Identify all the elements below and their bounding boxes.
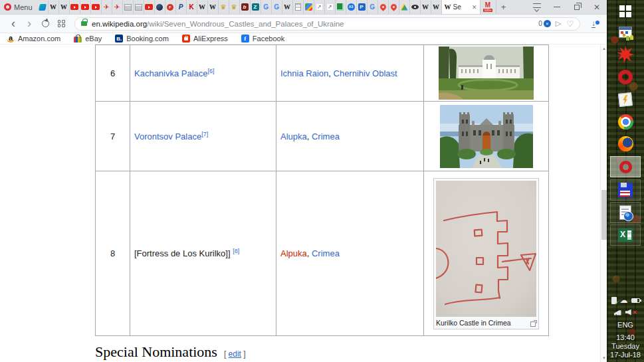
edit-link[interactable]: edit — [229, 349, 241, 359]
tab-wikipedia[interactable]: W — [197, 0, 208, 14]
opera-menu-button[interactable]: Menu — [0, 0, 38, 14]
tab-sheet-green[interactable] — [336, 0, 346, 14]
taskbar-app-firefox[interactable] — [607, 134, 644, 154]
bookmark-heart-icon[interactable] — [566, 19, 574, 29]
tab-google[interactable]: G — [261, 0, 272, 14]
kurilko-sketch[interactable] — [436, 181, 536, 317]
secure-lock-icon[interactable] — [81, 21, 87, 26]
usb-safely-remove-icon[interactable] — [611, 297, 617, 304]
tab-app-gray[interactable] — [134, 0, 144, 14]
bookmark-amazon-com[interactable]: aAmazon.com — [7, 35, 60, 43]
tab-search-button[interactable] — [527, 0, 547, 14]
tab-wikipedia[interactable]: W — [421, 0, 431, 14]
tab-wikipedia[interactable]: W — [49, 0, 59, 14]
send-to-flow-icon[interactable] — [556, 19, 561, 28]
minimize-button[interactable] — [547, 0, 567, 14]
tab-aeroflot[interactable] — [112, 0, 123, 14]
tab-k-red[interactable]: K — [187, 0, 197, 14]
tab-drive-color[interactable] — [399, 0, 410, 14]
clock-time[interactable]: 13:40 — [607, 333, 644, 341]
taskbar-app-document[interactable] — [610, 202, 641, 223]
reload-button[interactable] — [37, 20, 53, 27]
network-signal-icon[interactable] — [614, 310, 622, 316]
location-link[interactable]: Ichnia Raion — [280, 68, 328, 78]
taskbar-app-window[interactable] — [607, 22, 644, 42]
taskbar-app-excel[interactable] — [610, 225, 641, 246]
tab-a3-blue[interactable]: A3 — [346, 0, 357, 14]
tab-eye-dark[interactable] — [410, 0, 421, 14]
tab-youtube[interactable] — [80, 0, 91, 14]
taskbar-app-chrome[interactable] — [607, 112, 644, 132]
close-tab-icon[interactable] — [472, 4, 477, 11]
tab-youtube[interactable] — [144, 0, 155, 14]
downloads-button[interactable] — [586, 19, 601, 29]
location-link[interactable]: Chernihiv Oblast — [334, 68, 397, 78]
vertical-scrollbar[interactable] — [600, 45, 607, 362]
onedrive-cloud-icon[interactable] — [620, 296, 628, 304]
tab-google[interactable]: G — [368, 0, 378, 14]
scroll-down-icon[interactable] — [601, 354, 607, 362]
adblocker-badge[interactable]: 0 — [538, 20, 551, 27]
vorontsov-photo[interactable] — [440, 105, 533, 168]
restore-button[interactable] — [567, 0, 587, 14]
tab-z-teal[interactable]: Z — [251, 0, 261, 14]
reference-link[interactable]: [6] — [208, 67, 215, 74]
close-window-button[interactable] — [587, 0, 607, 14]
tab-chart-line[interactable] — [314, 0, 325, 14]
tab-wikipedia[interactable]: W — [282, 0, 293, 14]
speed-dial-button[interactable] — [53, 20, 69, 27]
tab-wikipedia[interactable]: W — [431, 0, 442, 14]
clock-date[interactable]: 17-Jul-18 — [607, 351, 644, 359]
tab-maps-color[interactable] — [304, 0, 314, 14]
url-input[interactable]: en.wikipedia.org /wiki/Seven_Wondrous_Ca… — [74, 17, 580, 31]
active-tab[interactable]: W Se — [442, 0, 481, 14]
enlarge-icon[interactable] — [530, 321, 536, 327]
taskbar-app-splat[interactable] — [607, 44, 644, 65]
tab-wikipedia[interactable]: W — [59, 0, 70, 14]
tab-crown-gold[interactable] — [229, 0, 240, 14]
tab-sphere-red[interactable]: F — [165, 0, 176, 14]
reference-link[interactable]: [8] — [233, 248, 239, 254]
battery-icon[interactable] — [631, 298, 640, 303]
tab-crown-gold[interactable] — [219, 0, 229, 14]
taskbar-app-opera-active[interactable] — [610, 156, 641, 177]
tab-sphere-navy[interactable] — [155, 0, 165, 14]
bookmark-ebay[interactable]: eBay — [74, 35, 102, 43]
castle-name-link[interactable]: Vorontsov Palace — [134, 132, 201, 141]
taskbar-app-floppy[interactable] — [610, 179, 641, 201]
language-indicator[interactable]: ENG — [607, 321, 644, 329]
tab-b-darkred[interactable]: b — [240, 0, 251, 14]
pinned-gmail-tab[interactable]: M 100+ — [481, 0, 496, 14]
tab-app-gray[interactable] — [123, 0, 134, 14]
tab-youtube[interactable] — [70, 0, 80, 14]
bookmark-facebook[interactable]: fFacebook — [241, 35, 284, 43]
kachanivka-photo[interactable] — [439, 46, 534, 100]
tab-wikipedia[interactable]: W — [208, 0, 219, 14]
tab-flow[interactable] — [38, 0, 49, 14]
location-link[interactable]: Alupka — [280, 132, 307, 141]
new-tab-button[interactable] — [496, 0, 511, 14]
tab-chart-line[interactable] — [325, 0, 336, 14]
location-link[interactable]: Crimea — [312, 248, 340, 258]
bookmark-aliexpress[interactable]: AliExpress — [182, 35, 228, 43]
tab-pin-red[interactable] — [378, 0, 389, 14]
taskbar-app-winamp[interactable] — [607, 89, 644, 110]
tab-google[interactable]: G — [272, 0, 282, 14]
tab-jp-blue[interactable]: P — [176, 0, 187, 14]
tab-aeroflot[interactable] — [102, 0, 112, 14]
tab-youtube[interactable] — [91, 0, 102, 14]
clock-weekday[interactable]: Tuesday — [607, 342, 644, 350]
taskbar-app-opera[interactable] — [607, 66, 644, 88]
tab-doc-gray[interactable] — [293, 0, 304, 14]
reference-link[interactable]: [7] — [201, 130, 208, 137]
back-button[interactable] — [5, 19, 21, 28]
location-redlink[interactable]: Alpuka — [280, 248, 307, 258]
forward-button[interactable] — [21, 19, 37, 28]
speaker-icon[interactable] — [625, 310, 631, 316]
tab-pin-red[interactable] — [389, 0, 399, 14]
bookmark-booking-com[interactable]: B.Booking.com — [115, 35, 169, 43]
location-link[interactable]: Crimea — [312, 132, 340, 141]
scrollbar-thumb[interactable] — [601, 190, 607, 240]
tab-p-blue[interactable]: P — [357, 0, 368, 14]
start-button[interactable] — [607, 3, 644, 20]
